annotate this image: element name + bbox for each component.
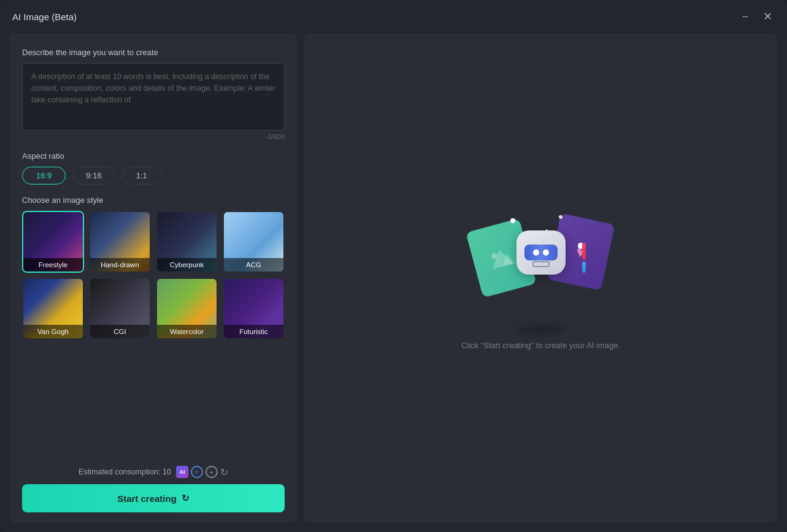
robot-dot-1: [510, 218, 515, 223]
robot-dot-2: [559, 215, 562, 219]
consumption-label: Estimated consumption: 10: [79, 468, 171, 476]
robot-eye-left: [533, 249, 539, 256]
aspect-9-16[interactable]: 9:16: [72, 167, 115, 184]
prompt-input[interactable]: [22, 63, 285, 131]
style-card-cgi[interactable]: CGI: [89, 278, 151, 340]
left-panel: Describe the image you want to create 0/…: [10, 33, 297, 522]
style-card-handdrawn[interactable]: Hand-drawn: [89, 211, 151, 273]
app-window: AI Image (Beta) − ✕ Describe the image y…: [0, 0, 787, 532]
style-grid: Freestyle Hand-drawn Cyberpunk ACG: [22, 211, 285, 340]
robot-shadow: [516, 325, 566, 335]
bottom-bar: Estimated consumption: 10 AI ⟳ + ↻ Start…: [22, 466, 285, 512]
robot-eye-right: [543, 249, 549, 256]
color-bars: [582, 243, 586, 273]
style-label-handdrawn: Hand-drawn: [90, 258, 150, 272]
content-area: Describe the image you want to create 0/…: [0, 33, 787, 532]
style-label-watercolor: Watercolor: [157, 325, 217, 338]
robot-illustration: ✦ ✦: [507, 230, 575, 304]
style-label-freestyle: Freestyle: [23, 258, 83, 272]
aspect-ratio-section: Aspect ratio 16:9 9:16 1:1: [22, 151, 285, 184]
robot-mouth: [532, 261, 550, 267]
plus-icon: +: [205, 466, 218, 478]
char-count: 0/800: [22, 133, 285, 140]
start-creating-icon: ↻: [182, 493, 190, 504]
style-card-futuristic[interactable]: Futuristic: [223, 278, 285, 340]
prompt-section-label: Describe the image you want to create: [22, 48, 285, 57]
consumption-icons: AI ⟳ + ↻: [176, 466, 228, 478]
style-section: Choose an image style Freestyle Hand-dra…: [22, 196, 285, 340]
minimize-button[interactable]: −: [739, 10, 751, 23]
aspect-1-1[interactable]: 1:1: [122, 167, 161, 184]
style-label-cgi: CGI: [90, 325, 150, 338]
style-label-futuristic: Futuristic: [224, 325, 283, 338]
style-card-acg[interactable]: ACG: [223, 211, 285, 273]
start-creating-button[interactable]: Start creating ↻: [22, 484, 285, 512]
circle-icon: ⟳: [191, 466, 203, 478]
window-title: AI Image (Beta): [12, 12, 77, 22]
robot-visor: [524, 245, 558, 260]
aspect-16-9[interactable]: 16:9: [22, 167, 66, 184]
illustration: ♥ ✦ ✦: [467, 206, 615, 329]
style-card-vangogh[interactable]: Van Gogh: [22, 278, 84, 340]
robot-head: [516, 230, 566, 275]
window-controls: − ✕: [739, 10, 775, 23]
style-label-cyberpunk: Cyberpunk: [157, 258, 217, 272]
style-card-watercolor[interactable]: Watercolor: [156, 278, 218, 340]
close-button[interactable]: ✕: [761, 10, 775, 23]
style-card-cyberpunk[interactable]: Cyberpunk: [156, 211, 218, 273]
refresh-icon[interactable]: ↻: [220, 466, 228, 478]
consumption-row: Estimated consumption: 10 AI ⟳ + ↻: [22, 466, 285, 478]
aspect-ratio-label: Aspect ratio: [22, 151, 285, 161]
aspect-buttons: 16:9 9:16 1:1: [22, 167, 285, 184]
style-card-freestyle[interactable]: Freestyle: [22, 211, 84, 273]
style-label: Choose an image style: [22, 196, 285, 205]
ai-icon: AI: [176, 466, 188, 478]
titlebar: AI Image (Beta) − ✕: [0, 0, 787, 33]
right-hint: Click "Start creating" to create your AI…: [461, 341, 620, 350]
right-panel: ♥ ✦ ✦: [304, 33, 777, 522]
start-creating-label: Start creating: [117, 493, 177, 504]
style-label-acg: ACG: [224, 258, 283, 272]
style-label-vangogh: Van Gogh: [23, 325, 83, 338]
